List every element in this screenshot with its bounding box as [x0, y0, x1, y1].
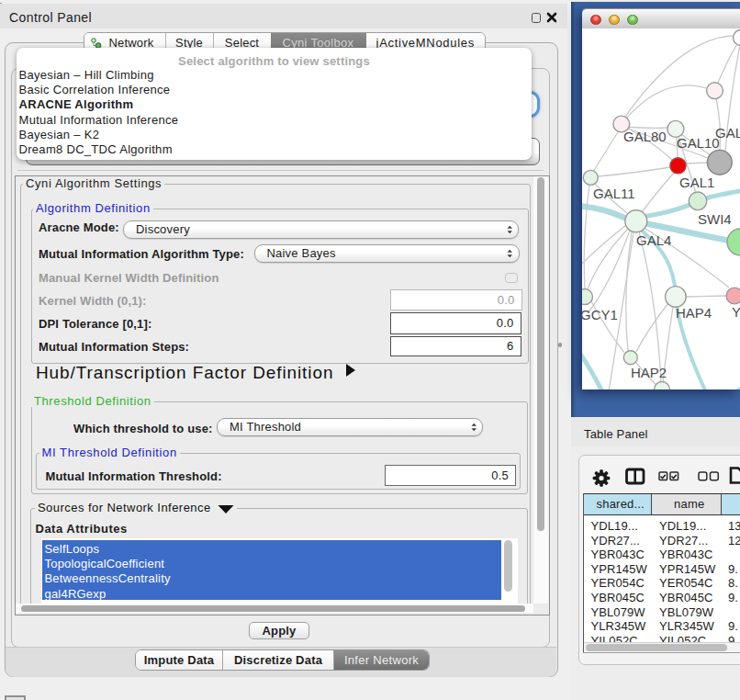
svg-text:SWI4: SWI4	[698, 211, 732, 227]
svg-text:HAP4: HAP4	[676, 305, 712, 321]
svg-text:GAL80: GAL80	[623, 129, 667, 144]
svg-text:Y: Y	[732, 304, 740, 320]
svg-text:GCY1: GCY1	[582, 307, 618, 322]
svg-text:HAP2: HAP2	[631, 365, 667, 380]
svg-text:GAL10: GAL10	[677, 135, 720, 151]
svg-text:GAL1: GAL1	[679, 175, 714, 190]
svg-text:GAL4: GAL4	[636, 232, 671, 248]
svg-text:GAL11: GAL11	[593, 186, 635, 201]
